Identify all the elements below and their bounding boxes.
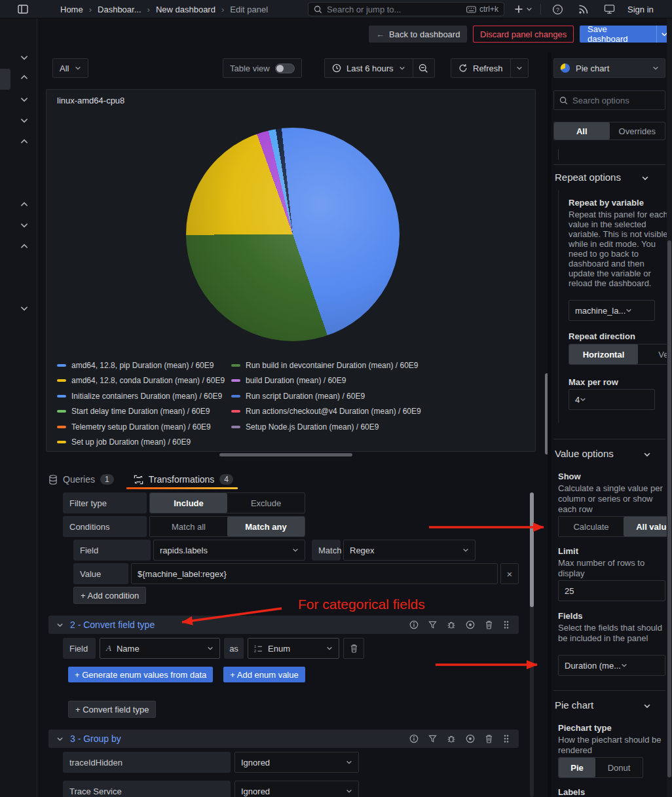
scrollbar-thumb[interactable] <box>530 492 534 607</box>
delete-conversion-button[interactable] <box>343 638 364 659</box>
new-menu-button[interactable] <box>514 5 532 14</box>
filter-icon[interactable] <box>428 621 437 629</box>
chevron-down-icon[interactable] <box>56 735 64 743</box>
convert-type-select[interactable]: 12 Enum <box>248 638 339 659</box>
filter-field-select[interactable]: rapids.labels <box>153 540 305 561</box>
transformation-title[interactable]: 2 - Convert field type <box>70 620 155 630</box>
breadcrumb-home[interactable]: Home <box>60 5 83 14</box>
drag-handle-icon[interactable] <box>503 620 510 629</box>
scrollbar-thumb[interactable] <box>667 240 671 777</box>
legend-item[interactable]: Setup Node.js Duration (mean) / 60E9 <box>231 419 421 435</box>
global-search-input[interactable]: Search or jump to... ctrl+k <box>308 2 504 16</box>
repeat-by-variable-label: Repeat by variable <box>569 198 644 208</box>
monitor-icon[interactable] <box>604 4 615 14</box>
time-range-picker[interactable]: Last 6 hours <box>325 59 413 77</box>
legend-item[interactable]: Set up job Duration (mean) / 60E9 <box>57 435 231 451</box>
eye-icon[interactable] <box>466 734 475 743</box>
exclude-option[interactable]: Exclude <box>227 493 305 513</box>
refresh-button[interactable]: Refresh <box>451 59 510 77</box>
chevron-up-icon[interactable] <box>20 137 29 146</box>
chevron-down-icon[interactable] <box>20 116 29 125</box>
options-tab-all[interactable]: All <box>554 122 610 139</box>
chevron-down-icon[interactable] <box>643 451 651 458</box>
legend-item[interactable]: Run actions/checkout@v4 Duration (mean) … <box>231 404 421 420</box>
all-values-option[interactable]: All values <box>624 517 672 536</box>
trash-icon[interactable] <box>485 620 493 629</box>
remove-condition-button[interactable]: × <box>500 563 519 584</box>
legend-item[interactable]: amd64, 12.8, conda Duration (mean) / 60E… <box>57 373 231 389</box>
limit-input[interactable] <box>558 580 665 601</box>
donut-option[interactable]: Donut <box>595 758 643 777</box>
breadcrumb-new-dashboard[interactable]: New dashboard <box>156 5 215 14</box>
bug-icon[interactable] <box>447 620 456 629</box>
chevron-down-icon[interactable] <box>641 174 649 182</box>
eye-icon[interactable] <box>466 620 475 629</box>
legend-item[interactable]: Start delay time Duration (mean) / 60E9 <box>57 404 231 420</box>
rss-icon[interactable] <box>578 4 589 14</box>
bug-icon[interactable] <box>447 734 456 743</box>
chevron-up-icon[interactable] <box>20 73 29 82</box>
discard-panel-changes-button[interactable]: Discard panel changes <box>473 26 574 43</box>
legend-item[interactable]: Initialize containers Duration (mean) / … <box>57 388 231 404</box>
add-enum-value-button[interactable]: + Add enum value <box>223 667 305 682</box>
transformation-title[interactable]: 3 - Group by <box>70 733 121 744</box>
info-icon[interactable] <box>409 620 419 629</box>
add-convert-field-type-button[interactable]: + Convert field type <box>68 701 156 718</box>
zoom-out-time-button[interactable] <box>413 59 434 77</box>
chevron-down-icon[interactable] <box>20 53 29 62</box>
panel-resizer[interactable] <box>548 52 551 797</box>
sign-in-button[interactable]: Sign in <box>627 5 654 14</box>
match-all-option[interactable]: Match all <box>150 517 227 536</box>
max-per-row-select[interactable]: 4 <box>569 389 655 410</box>
pie-chart-options-header[interactable]: Pie chart <box>555 699 593 711</box>
chevron-up-icon[interactable] <box>20 200 29 209</box>
tab-transformations[interactable]: Transformations 4 <box>134 474 233 485</box>
refresh-interval-caret[interactable] <box>511 59 528 77</box>
legend-item[interactable]: build Duration (mean) / 60E9 <box>231 373 421 389</box>
match-any-option[interactable]: Match any <box>227 517 305 536</box>
repeat-options-header[interactable]: Repeat options <box>555 172 621 183</box>
legend-item[interactable]: Run build in devcontainer Duration (mean… <box>231 358 421 373</box>
help-icon[interactable]: ? <box>552 4 563 15</box>
tab-queries[interactable]: Queries 1 <box>48 474 114 485</box>
include-option[interactable]: Include <box>150 493 227 513</box>
chevron-down-icon[interactable] <box>20 221 29 230</box>
fields-select[interactable]: Duration (me... <box>558 655 665 676</box>
visualization-picker[interactable]: Pie chart <box>553 58 665 78</box>
add-condition-button[interactable]: + Add condition <box>73 587 146 604</box>
chevron-down-icon[interactable] <box>20 95 29 104</box>
breadcrumb-dashboards[interactable]: Dashboar... <box>98 5 141 14</box>
legend-item[interactable]: Telemetry setup Duration (mean) / 60E9 <box>57 419 231 435</box>
chevron-down-icon[interactable] <box>643 702 651 710</box>
chevron-down-icon[interactable] <box>20 304 29 313</box>
drag-handle-icon[interactable] <box>503 734 510 743</box>
groupby-mode-select[interactable]: Ignored <box>234 752 359 773</box>
pie-option[interactable]: Pie <box>559 758 595 777</box>
table-view-toggle[interactable] <box>275 64 295 73</box>
legend-item[interactable]: Run script Duration (mean) / 60E9 <box>231 388 421 404</box>
save-dashboard-button[interactable]: Save dashboard <box>580 26 656 43</box>
horizontal-option[interactable]: Horizontal <box>569 344 638 364</box>
filter-icon[interactable] <box>428 735 437 743</box>
generate-enum-values-button[interactable]: + Generate enum values from data <box>68 667 213 682</box>
breadcrumb-separator: › <box>221 5 224 14</box>
repeat-variable-select[interactable]: machine_la... <box>569 300 655 321</box>
sidebar-toggle-icon[interactable] <box>17 3 29 15</box>
horizontal-scrollbar[interactable] <box>219 453 352 456</box>
options-tab-overrides[interactable]: Overrides <box>610 122 665 139</box>
trash-icon[interactable] <box>485 734 493 743</box>
chevron-up-icon[interactable] <box>20 242 29 251</box>
groupby-mode-select[interactable]: Ignored <box>234 781 359 797</box>
value-options-header[interactable]: Value options <box>555 448 614 459</box>
back-to-dashboard-button[interactable]: ← Back to dashboard <box>369 26 467 43</box>
chevron-down-icon[interactable] <box>56 621 64 629</box>
chevron-down-icon <box>625 307 632 314</box>
calculate-option[interactable]: Calculate <box>559 517 624 536</box>
options-search-input[interactable]: Search options <box>553 90 665 110</box>
regex-value-input[interactable] <box>131 563 498 584</box>
convert-field-select[interactable]: A Name <box>100 638 220 659</box>
match-select[interactable]: Regex <box>343 540 476 561</box>
variable-all-dropdown[interactable]: All <box>52 58 88 78</box>
legend-item[interactable]: amd64, 12.8, pip Duration (mean) / 60E9 <box>57 358 231 373</box>
info-icon[interactable] <box>409 734 419 743</box>
